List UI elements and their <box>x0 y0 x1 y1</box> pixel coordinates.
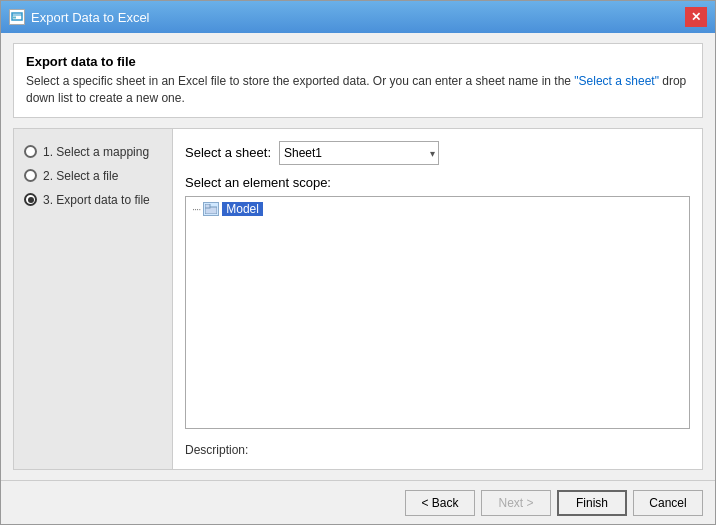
window-title: Export Data to Excel <box>31 10 150 25</box>
footer: < Back Next > Finish Cancel <box>1 480 715 524</box>
header-description: Select a specific sheet in an Excel file… <box>26 73 690 107</box>
step-item-1[interactable]: 1. Select a mapping <box>24 145 162 159</box>
main-body: 1. Select a mapping 2. Select a file 3. … <box>13 128 703 470</box>
step-label-3: 3. Export data to file <box>43 193 150 207</box>
scope-tree[interactable]: ···· Model <box>185 196 690 429</box>
description-section: Description: <box>185 437 690 457</box>
select-sheet-label: Select a sheet: <box>185 145 271 160</box>
step-item-2[interactable]: 2. Select a file <box>24 169 162 183</box>
header-desc-part1: Select a specific sheet in an Excel file… <box>26 74 574 88</box>
tree-node-icon <box>203 202 219 216</box>
step-radio-2[interactable] <box>24 169 37 182</box>
step-radio-3[interactable] <box>24 193 37 206</box>
sheet-dropdown-wrapper: Sheet1 ▾ <box>279 141 439 165</box>
right-panel: Select a sheet: Sheet1 ▾ Select an eleme… <box>173 128 703 470</box>
next-button[interactable]: Next > <box>481 490 551 516</box>
step-label-2: 2. Select a file <box>43 169 118 183</box>
back-button[interactable]: < Back <box>405 490 475 516</box>
step-label-1: 1. Select a mapping <box>43 145 149 159</box>
title-bar-left: Export Data to Excel <box>9 9 150 25</box>
description-label: Description: <box>185 443 248 457</box>
select-sheet-row: Select a sheet: Sheet1 ▾ <box>185 141 690 165</box>
svg-rect-2 <box>13 17 16 19</box>
step-item-3[interactable]: 3. Export data to file <box>24 193 162 207</box>
content-area: Export data to file Select a specific sh… <box>1 33 715 480</box>
header-section: Export data to file Select a specific sh… <box>13 43 703 118</box>
scope-label: Select an element scope: <box>185 175 690 190</box>
main-window: Export Data to Excel ✕ Export data to fi… <box>0 0 716 525</box>
tree-item-label: Model <box>222 202 263 216</box>
svg-rect-4 <box>205 204 210 208</box>
tree-item-model[interactable]: ···· Model <box>190 201 685 217</box>
steps-panel: 1. Select a mapping 2. Select a file 3. … <box>13 128 173 470</box>
close-button[interactable]: ✕ <box>685 7 707 27</box>
step-radio-1[interactable] <box>24 145 37 158</box>
header-title: Export data to file <box>26 54 690 69</box>
title-bar: Export Data to Excel ✕ <box>1 1 715 33</box>
cancel-button[interactable]: Cancel <box>633 490 703 516</box>
sheet-dropdown[interactable]: Sheet1 <box>279 141 439 165</box>
finish-button[interactable]: Finish <box>557 490 627 516</box>
header-desc-link: "Select a sheet" <box>574 74 659 88</box>
tree-dots: ···· <box>192 203 200 215</box>
window-icon <box>9 9 25 25</box>
